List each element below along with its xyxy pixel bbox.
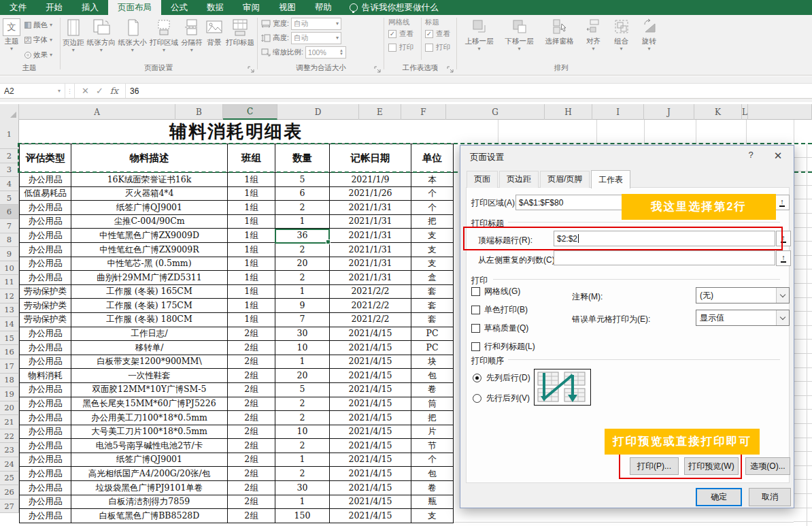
row-header[interactable]: 2: [0, 149, 19, 163]
row-header[interactable]: 9: [0, 247, 19, 261]
cell-group[interactable]: 2组: [228, 467, 275, 481]
cell-quantity[interactable]: 30: [275, 327, 330, 342]
cell-quantity[interactable]: 2: [275, 467, 330, 481]
cell-quantity[interactable]: 2: [275, 271, 330, 285]
cell-type[interactable]: 办公用品: [20, 173, 71, 187]
cell-unit[interactable]: 套: [411, 313, 454, 327]
print-option-checkbox[interactable]: 行和列标题(L): [471, 341, 535, 352]
column-header[interactable]: G: [446, 104, 545, 120]
row-header[interactable]: 21: [0, 415, 19, 429]
cell-type[interactable]: 办公用品: [20, 397, 71, 412]
cell-type[interactable]: 办公用品: [20, 467, 71, 481]
header-cell[interactable]: 单位: [411, 144, 454, 173]
cell-group[interactable]: 2组: [228, 369, 275, 383]
cell-group[interactable]: 1组: [228, 285, 275, 299]
cell-date[interactable]: 2021/4/15: [330, 467, 411, 481]
cell-unit[interactable]: 包: [411, 467, 454, 481]
rotate-button[interactable]: 旋转▾: [641, 15, 658, 51]
cell-description[interactable]: 一次性鞋套: [71, 369, 228, 383]
cell-quantity[interactable]: 2: [275, 439, 330, 453]
cell-quantity[interactable]: 9: [275, 299, 330, 313]
width-select[interactable]: 自动▾: [291, 18, 341, 30]
collapse-dialog-button[interactable]: ↑: [775, 195, 790, 210]
align-button[interactable]: 对齐▾: [586, 15, 602, 51]
column-header[interactable]: D: [277, 104, 359, 120]
cell-date[interactable]: 2021/4/15: [330, 481, 411, 495]
cell-group[interactable]: 1组: [228, 299, 275, 313]
cell-unit[interactable]: PC: [411, 341, 454, 355]
header-cell[interactable]: 物料描述: [71, 144, 228, 173]
cell-date[interactable]: 2021/4/15: [330, 369, 411, 383]
cell-unit[interactable]: 卷: [411, 481, 454, 495]
cell-type[interactable]: 办公用品: [20, 271, 71, 285]
selection-pane-button[interactable]: 选择窗格: [545, 15, 574, 51]
cell-quantity[interactable]: 1: [275, 215, 330, 229]
cell-quantity[interactable]: 2: [275, 243, 330, 257]
row-header[interactable]: 23: [0, 443, 19, 457]
cell-date[interactable]: 2021/4/15: [330, 327, 411, 342]
theme-effects-button[interactable]: 效果▾: [24, 49, 52, 61]
row-header[interactable]: 26: [0, 485, 19, 499]
cell-group[interactable]: 2组: [228, 439, 275, 453]
cell-date[interactable]: 2021/1/31: [330, 257, 411, 272]
ribbon-tab[interactable]: 开始: [36, 0, 72, 15]
cell-quantity[interactable]: 1: [275, 495, 330, 510]
cell-description[interactable]: 白板笔黑色广博BB8528D: [71, 509, 228, 523]
selected-cell-d7[interactable]: [275, 229, 330, 244]
cell-quantity[interactable]: 7: [275, 313, 330, 327]
cell-type[interactable]: 办公用品: [20, 341, 71, 355]
cell-unit[interactable]: 包: [411, 369, 454, 383]
cell-group[interactable]: 2组: [228, 327, 275, 342]
margins-button[interactable]: 页边距▾: [63, 15, 84, 52]
cell-unit[interactable]: 本: [411, 173, 454, 187]
print-order-option[interactable]: 先列后行(D): [473, 372, 530, 384]
name-box[interactable]: A2 ▾: [0, 84, 65, 98]
cancel-entry-icon[interactable]: ✕: [82, 86, 89, 96]
cell-unit[interactable]: 支: [411, 243, 454, 257]
cell-type[interactable]: 办公用品: [20, 257, 71, 272]
cell-date[interactable]: 2021/1/31: [330, 229, 411, 243]
print-option-checkbox[interactable]: 草稿质量(Q): [471, 323, 535, 334]
collapse-dialog-button[interactable]: ↑: [776, 231, 791, 246]
cell-description[interactable]: 办公用美工刀100*18*0.5mm: [71, 411, 228, 425]
cell-date[interactable]: 2021/4/15: [330, 355, 411, 369]
row-header[interactable]: 17: [0, 359, 19, 374]
comments-select[interactable]: (无): [696, 287, 790, 303]
column-header[interactable]: J: [644, 104, 694, 120]
cell-description[interactable]: 尘推C-004/90Cm: [71, 215, 228, 229]
cell-unit[interactable]: 个: [411, 187, 454, 201]
cell-description[interactable]: 中性笔黑色广博ZX9009D: [71, 229, 228, 243]
scale-to-fit-dialog-launcher[interactable]: [374, 66, 381, 73]
group-button[interactable]: 组合▾: [613, 15, 630, 51]
dialog-tab[interactable]: 页边距: [499, 171, 539, 188]
cell-date[interactable]: 2021/1/31: [330, 215, 411, 229]
chevron-down-icon[interactable]: ▾: [58, 89, 61, 93]
errors-select[interactable]: 显示值: [696, 310, 790, 326]
cell-quantity[interactable]: 1: [275, 355, 330, 369]
gridlines-view-checkbox[interactable]: ✓查看: [388, 27, 413, 41]
cell-type[interactable]: 劳动保护类: [20, 285, 71, 299]
cell-unit[interactable]: 支: [411, 509, 454, 523]
cell-quantity[interactable]: 20: [275, 369, 330, 383]
cell-date[interactable]: 2021/1/31: [330, 271, 411, 285]
cell-description[interactable]: 16K绒面荣誉证书16k: [71, 173, 228, 187]
cell-type[interactable]: 办公用品: [20, 327, 71, 342]
ribbon-tab[interactable]: 插入: [72, 0, 108, 15]
row-header[interactable]: 15: [0, 331, 19, 346]
cell-description[interactable]: 工作服 (冬装) 180CM: [71, 313, 228, 327]
scale-spinner[interactable]: 100%▲▼: [305, 46, 346, 59]
column-header[interactable]: L: [742, 104, 748, 120]
cell-date[interactable]: 2021/2/2: [330, 285, 411, 299]
cell-group[interactable]: 1组: [228, 187, 275, 201]
cell-date[interactable]: 2021/4/15: [330, 495, 411, 510]
ok-button[interactable]: 确定: [696, 488, 742, 506]
cell-date[interactable]: 2021/2/2: [330, 313, 411, 327]
cell-quantity[interactable]: 1: [275, 453, 330, 467]
paper-size-button[interactable]: 纸张大小▾: [118, 15, 147, 52]
top-rows-input[interactable]: $2:$2: [554, 231, 775, 246]
row-header[interactable]: 12: [0, 289, 19, 303]
cell-quantity[interactable]: 2: [275, 201, 330, 215]
cell-quantity[interactable]: 150: [275, 509, 330, 523]
options-button[interactable]: 选项(O)...: [745, 457, 790, 475]
cell-unit[interactable]: 把: [411, 215, 454, 229]
